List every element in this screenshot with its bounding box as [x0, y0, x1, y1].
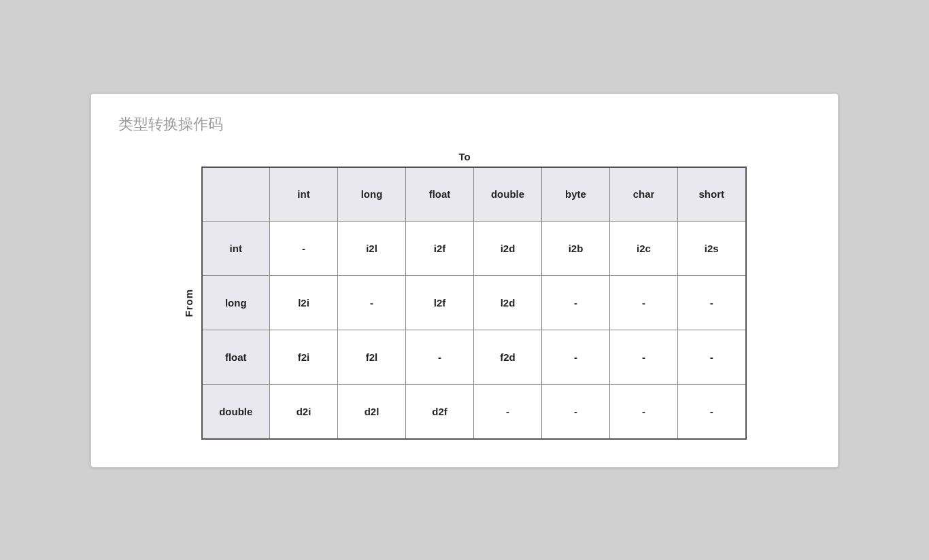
cell-r1-c0: l2i — [270, 276, 338, 330]
cell-r1-c6: - — [678, 276, 746, 330]
cell-r3-c6: - — [678, 385, 746, 439]
from-label: From — [183, 289, 195, 317]
cell-r2-c0: f2i — [270, 330, 338, 385]
main-card: 类型转换操作码 To From int long float double by… — [90, 93, 839, 468]
col-header-float: float — [406, 167, 474, 222]
cell-r2-c2: - — [406, 330, 474, 385]
cell-r1-c3: l2d — [474, 276, 542, 330]
cell-r0-c4: i2b — [542, 222, 610, 276]
row-header-int: int — [202, 222, 270, 276]
row-header-float: float — [202, 330, 270, 385]
cell-r2-c3: f2d — [474, 330, 542, 385]
row-header-double: double — [202, 385, 270, 439]
table-with-from: From int long float double byte char sho… — [183, 167, 747, 440]
cell-r0-c3: i2d — [474, 222, 542, 276]
col-header-int: int — [270, 167, 338, 222]
cell-r3-c5: - — [610, 385, 678, 439]
table-row: floatf2if2l-f2d--- — [202, 330, 746, 385]
col-header-long: long — [338, 167, 406, 222]
cell-r1-c1: - — [338, 276, 406, 330]
cell-r1-c2: l2f — [406, 276, 474, 330]
table-row: longl2i-l2fl2d--- — [202, 276, 746, 330]
cell-r3-c1: d2l — [338, 385, 406, 439]
cell-r3-c4: - — [542, 385, 610, 439]
col-header-char: char — [610, 167, 678, 222]
row-header-long: long — [202, 276, 270, 330]
col-header-short: short — [678, 167, 746, 222]
cell-r0-c2: i2f — [406, 222, 474, 276]
table-row: int-i2li2fi2di2bi2ci2s — [202, 222, 746, 276]
cell-r2-c5: - — [610, 330, 678, 385]
cell-r3-c3: - — [474, 385, 542, 439]
table-area: To From int long float double byte char … — [118, 151, 811, 440]
col-header-byte: byte — [542, 167, 610, 222]
corner-cell — [202, 167, 270, 222]
cell-r1-c4: - — [542, 276, 610, 330]
cell-r3-c2: d2f — [406, 385, 474, 439]
cell-r2-c1: f2l — [338, 330, 406, 385]
to-label: To — [458, 151, 470, 162]
conversion-table: int long float double byte char short in… — [201, 167, 747, 440]
table-row: doubled2id2ld2f---- — [202, 385, 746, 439]
col-header-double: double — [474, 167, 542, 222]
page-title: 类型转换操作码 — [118, 114, 811, 135]
cell-r0-c5: i2c — [610, 222, 678, 276]
cell-r0-c1: i2l — [338, 222, 406, 276]
cell-r2-c4: - — [542, 330, 610, 385]
cell-r0-c6: i2s — [678, 222, 746, 276]
cell-r3-c0: d2i — [270, 385, 338, 439]
header-row: int long float double byte char short — [202, 167, 746, 222]
cell-r2-c6: - — [678, 330, 746, 385]
cell-r0-c0: - — [270, 222, 338, 276]
cell-r1-c5: - — [610, 276, 678, 330]
